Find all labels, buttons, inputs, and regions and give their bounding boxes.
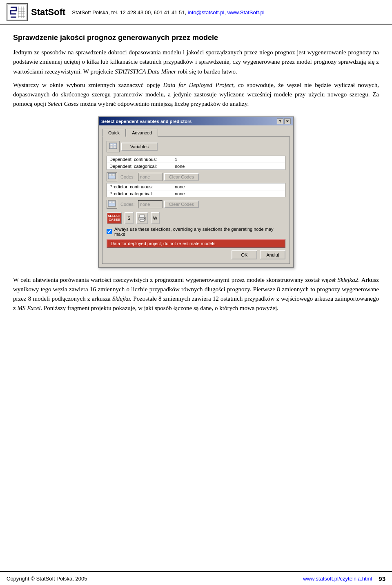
variables-icon-btn[interactable] xyxy=(107,141,120,152)
cancel-button[interactable]: Anuluj xyxy=(260,250,285,259)
svg-rect-18 xyxy=(109,201,111,203)
page-title: Sprawdzenie jakości prognoz generowanych… xyxy=(13,33,379,42)
codes-input-1[interactable] xyxy=(138,173,163,181)
predictor-section: Predictor; continuous: none Predictor; c… xyxy=(107,183,285,197)
logo-image xyxy=(7,3,28,21)
tab-panel: Variables Dependent; continuous: 1 Depen… xyxy=(102,136,290,264)
svg-rect-13 xyxy=(114,146,116,148)
codes-label-1: Codes: xyxy=(120,174,135,179)
dep-cont-label: Dependent; continuous: xyxy=(109,157,175,162)
action-buttons-row: SELECTCASES S W xyxy=(107,212,285,224)
svg-rect-16 xyxy=(112,174,115,176)
variables-row: Variables xyxy=(107,141,285,152)
predictor-categorical-row: Predictor; categorical: none xyxy=(107,190,285,197)
pred-cat-label: Predictor; categorical: xyxy=(109,191,175,196)
dialog-window: Select dependent variables and predictor… xyxy=(98,116,294,268)
main-content: Sprawdzenie jakości prognoz generowanych… xyxy=(0,25,392,326)
codes-row-2: Codes: Clear Codes xyxy=(107,200,285,209)
page-number: 93 xyxy=(379,575,385,582)
codes-icon-btn-2[interactable] xyxy=(107,200,117,209)
page-footer: Copyright © StatSoft Polska, 2005 www.st… xyxy=(0,571,392,585)
ok-cancel-row: OK Anuluj xyxy=(107,250,285,259)
dependent-continuous-row: Dependent; continuous: 1 xyxy=(107,156,285,163)
codes-icon-btn-1[interactable] xyxy=(107,172,117,181)
dialog-tabs: Quick Advanced xyxy=(102,129,290,137)
header-email-link[interactable]: info@statsoft.pl xyxy=(188,9,225,16)
dialog-screenshot-container: Select dependent variables and predictor… xyxy=(13,116,379,268)
page-header: StatSoft StatSoft Polska, tel. 12 428 43… xyxy=(0,0,392,25)
codes-input-2[interactable] xyxy=(138,200,163,208)
footer-link[interactable]: www.statsoft.pl/czytelnia.html xyxy=(303,576,372,582)
paragraph-2: Wystarczy w oknie wyboru zmiennych zazna… xyxy=(13,80,379,109)
titlebar-buttons: ? ✕ xyxy=(277,118,291,124)
footer-right: www.statsoft.pl/czytelnia.html 93 xyxy=(303,575,385,582)
svg-rect-22 xyxy=(140,219,144,221)
pred-cont-value: none xyxy=(175,184,283,189)
help-button[interactable]: ? xyxy=(277,118,283,124)
always-use-checkbox[interactable] xyxy=(107,229,112,234)
tab-advanced[interactable]: Advanced xyxy=(126,129,158,137)
select-cases-button[interactable]: SELECTCASES xyxy=(107,212,122,224)
pred-cat-value: none xyxy=(175,191,283,196)
dialog-titlebar: Select dependent variables and predictor… xyxy=(99,117,293,125)
dialog-title: Select dependent variables and predictor… xyxy=(101,119,192,124)
predictor-continuous-row: Predictor; continuous: none xyxy=(107,183,285,190)
paragraph-3: W celu ułatwienia porównania wartości rz… xyxy=(13,275,379,313)
dep-cont-value: 1 xyxy=(175,157,283,162)
pred-cont-label: Predictor; continuous: xyxy=(109,184,175,189)
svg-rect-10 xyxy=(110,144,113,145)
dep-cat-label: Dependent; categorical: xyxy=(109,164,175,169)
clear-codes-btn-2[interactable]: Clear Codes xyxy=(164,201,199,208)
tab-quick[interactable]: Quick xyxy=(102,129,126,137)
deployed-bar[interactable]: Data for deployed project; do not re-est… xyxy=(107,239,285,248)
dep-cat-value: none xyxy=(175,164,283,169)
dependent-section: Dependent; continuous: 1 Dependent; cate… xyxy=(107,156,285,170)
svg-rect-12 xyxy=(110,146,113,148)
print-button[interactable] xyxy=(136,212,148,224)
paragraph-1: Jednym ze sposobów na sprawdzenie dobroc… xyxy=(13,48,379,76)
close-button[interactable]: ✕ xyxy=(284,118,291,124)
svg-rect-23 xyxy=(144,218,145,219)
svg-rect-11 xyxy=(114,144,116,145)
ok-button[interactable]: OK xyxy=(232,250,258,259)
dialog-body: Quick Advanced xyxy=(99,125,293,267)
variables-button[interactable]: Variables xyxy=(121,143,158,151)
header-website-link[interactable]: www.StatSoft.pl xyxy=(227,9,265,16)
copyright-text: Copyright © StatSoft Polska, 2005 xyxy=(7,576,87,582)
codes-row-1: Codes: Clear Codes xyxy=(107,172,285,181)
logo-container: StatSoft xyxy=(7,3,65,21)
s-button[interactable]: S xyxy=(125,212,134,224)
header-contact: StatSoft Polska, tel. 12 428 43 00, 601 … xyxy=(72,9,264,16)
checkbox-label: Always use these selections, overriding … xyxy=(114,227,285,237)
svg-rect-19 xyxy=(112,201,115,203)
codes-label-2: Codes: xyxy=(120,202,135,207)
dependent-categorical-row: Dependent; categorical: none xyxy=(107,163,285,170)
clear-codes-btn-1[interactable]: Clear Codes xyxy=(164,173,199,181)
svg-rect-15 xyxy=(109,174,111,176)
w-button[interactable]: W xyxy=(151,212,160,224)
checkbox-row: Always use these selections, overriding … xyxy=(107,227,285,237)
logo-text: StatSoft xyxy=(31,7,65,18)
